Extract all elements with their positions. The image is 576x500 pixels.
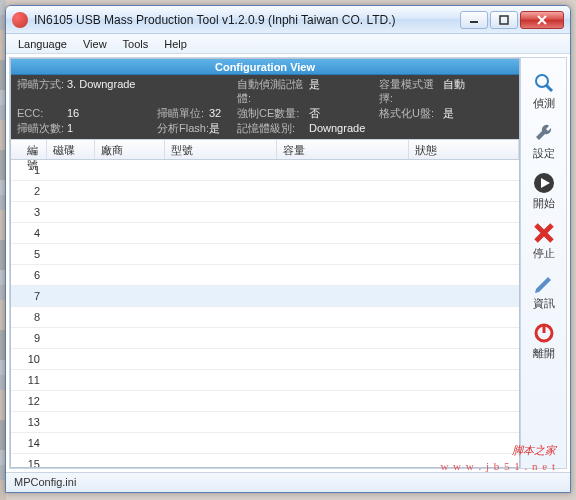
table-cell: [165, 168, 277, 172]
table-cell: [47, 378, 95, 382]
table-row[interactable]: 14: [11, 433, 519, 454]
table-cell: [47, 336, 95, 340]
table-cell: [409, 189, 519, 193]
info-button[interactable]: 資訊: [524, 266, 564, 314]
table-cell: [277, 168, 409, 172]
table-cell: [165, 336, 277, 340]
table-cell: [409, 357, 519, 361]
table-row[interactable]: 3: [11, 202, 519, 223]
table-row[interactable]: 8: [11, 307, 519, 328]
table-cell: [95, 399, 165, 403]
config-header: Configuration View: [11, 59, 519, 75]
th-disk[interactable]: 磁碟: [47, 140, 95, 159]
app-icon: [12, 12, 28, 28]
th-capacity[interactable]: 容量: [277, 140, 409, 159]
table-cell: [277, 210, 409, 214]
cfg-ecc-label: ECC:: [17, 106, 67, 120]
table-cell: [95, 378, 165, 382]
table-cell: 11: [11, 372, 47, 388]
titlebar[interactable]: IN6105 USB Mass Production Tool v1.2.0.9…: [6, 6, 570, 34]
table-row[interactable]: 9: [11, 328, 519, 349]
table-cell: [95, 357, 165, 361]
cfg-format-label: 格式化U盤:: [379, 106, 443, 120]
play-icon: [532, 171, 556, 195]
th-index[interactable]: 編號: [11, 140, 47, 159]
table-cell: [165, 273, 277, 277]
table-cell: [409, 210, 519, 214]
cfg-autodetect-label: 自動偵測記憶體:: [237, 77, 309, 105]
table-row[interactable]: 2: [11, 181, 519, 202]
menu-language[interactable]: Language: [10, 36, 75, 52]
close-button[interactable]: [520, 11, 564, 29]
table-cell: [409, 378, 519, 382]
table-cell: [165, 315, 277, 319]
table-cell: [165, 399, 277, 403]
table-cell: [277, 441, 409, 445]
exit-button[interactable]: 離開: [524, 316, 564, 364]
main-column: Configuration View 掃瞄方式: 3. Downgrade 自動…: [10, 58, 520, 468]
table-row[interactable]: 5: [11, 244, 519, 265]
th-model[interactable]: 型號: [165, 140, 277, 159]
table-row[interactable]: 12: [11, 391, 519, 412]
sidebar: 偵測 設定 開始 停止 資訊 離開: [520, 58, 566, 468]
menu-help[interactable]: Help: [156, 36, 195, 52]
table-row[interactable]: 6: [11, 265, 519, 286]
table-cell: [47, 168, 95, 172]
table-cell: [47, 210, 95, 214]
th-status[interactable]: 狀態: [409, 140, 519, 159]
settings-label: 設定: [533, 146, 555, 161]
table-cell: [409, 336, 519, 340]
detect-button[interactable]: 偵測: [524, 66, 564, 114]
table-cell: [277, 273, 409, 277]
table-body: 12345678910111213141516: [11, 160, 519, 467]
table-cell: 10: [11, 351, 47, 367]
table-cell: [47, 189, 95, 193]
table-row[interactable]: 15: [11, 454, 519, 467]
table-cell: 14: [11, 435, 47, 451]
statusbar: MPConfig.ini: [6, 472, 570, 492]
status-text: MPConfig.ini: [14, 476, 76, 488]
menu-tools[interactable]: Tools: [115, 36, 157, 52]
table-row[interactable]: 10: [11, 349, 519, 370]
svg-line-5: [546, 85, 552, 91]
table-cell: 9: [11, 330, 47, 346]
minimize-button[interactable]: [460, 11, 488, 29]
x-icon: [532, 221, 556, 245]
table-cell: [95, 462, 165, 466]
table-cell: [165, 210, 277, 214]
table-cell: 15: [11, 456, 47, 467]
table-cell: [277, 252, 409, 256]
table-cell: [47, 273, 95, 277]
table-row[interactable]: 1: [11, 160, 519, 181]
cfg-capmode-value: 自動: [443, 77, 493, 105]
table-cell: [95, 210, 165, 214]
main-window: IN6105 USB Mass Production Tool v1.2.0.9…: [5, 5, 571, 493]
table-cell: [165, 441, 277, 445]
cfg-scanmode-value: 3. Downgrade: [67, 77, 157, 105]
settings-button[interactable]: 設定: [524, 116, 564, 164]
table-cell: [47, 399, 95, 403]
table-row[interactable]: 13: [11, 412, 519, 433]
table-cell: [95, 420, 165, 424]
table-row[interactable]: 4: [11, 223, 519, 244]
cfg-scanunit-value: 32: [209, 106, 237, 120]
table-cell: [47, 462, 95, 466]
power-icon: [532, 321, 556, 345]
table-row[interactable]: 7: [11, 286, 519, 307]
maximize-button[interactable]: [490, 11, 518, 29]
stop-button[interactable]: 停止: [524, 216, 564, 264]
table-cell: [95, 252, 165, 256]
info-label: 資訊: [533, 296, 555, 311]
table-cell: [409, 399, 519, 403]
table-row[interactable]: 11: [11, 370, 519, 391]
th-vendor[interactable]: 廠商: [95, 140, 165, 159]
cfg-scancount-label: 掃瞄次數:: [17, 121, 67, 135]
table-cell: [277, 231, 409, 235]
table-cell: [277, 378, 409, 382]
table-cell: [165, 357, 277, 361]
table-cell: 6: [11, 267, 47, 283]
table-cell: [409, 273, 519, 277]
menu-view[interactable]: View: [75, 36, 115, 52]
start-button[interactable]: 開始: [524, 166, 564, 214]
cfg-scanunit-label: 掃瞄單位:: [157, 106, 209, 120]
